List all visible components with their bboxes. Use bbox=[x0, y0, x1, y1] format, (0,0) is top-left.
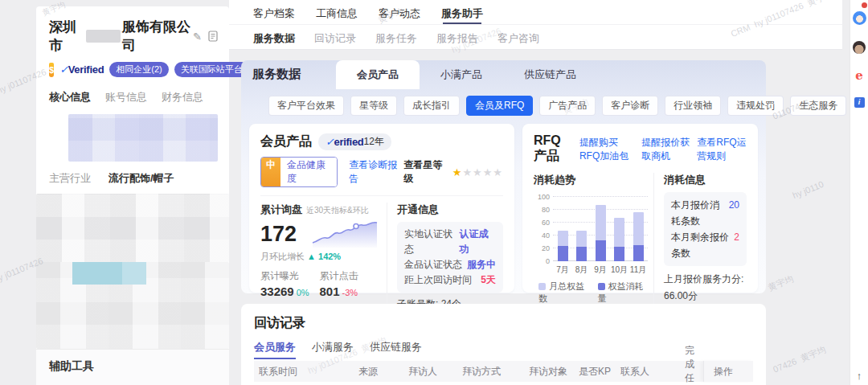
main-nav: 客户档案 工商信息 客户动态 服务助手 服务数据 回访记录 服务任务 服务报告 … bbox=[229, 0, 842, 50]
stat-clicks: 累计点击 801-3% bbox=[320, 269, 379, 298]
chart-legend: 月总权益数 权益消耗量 bbox=[538, 281, 647, 305]
tab-customer-archive[interactable]: 客户档案 bbox=[253, 6, 295, 24]
service-data-panel: 服务数据 会员产品 小满产品 供应链产品 客户平台效果 星等级 成长指引 会员及… bbox=[241, 60, 766, 293]
pill-industry-leader[interactable]: 行业领袖 bbox=[665, 96, 721, 116]
aux-tools-section[interactable]: 辅助工具 bbox=[36, 349, 229, 385]
rfq-rules-link[interactable]: 查看RFQ运营规则 bbox=[697, 136, 747, 163]
legend-total-swatch bbox=[538, 283, 546, 290]
tab-account-info[interactable]: 账号信息 bbox=[105, 90, 147, 104]
tab-xiaoman-service[interactable]: 小满服务 bbox=[312, 340, 354, 359]
col-visit-target: 拜访对象 bbox=[524, 365, 574, 379]
y-axis-tick: 100 bbox=[534, 193, 550, 201]
col-contact-time: 联系时间 bbox=[254, 365, 354, 379]
x-axis-label: 10月 bbox=[611, 261, 628, 274]
y-axis-tick: 40 bbox=[534, 231, 550, 240]
tab-member-service[interactable]: 会员服务 bbox=[254, 340, 296, 359]
buy-rfq-pack-link[interactable]: 提醒购买RFQ加油包 bbox=[579, 136, 635, 163]
company-name: 深圳市服饰有限公司 bbox=[49, 18, 193, 55]
col-is-kp: 是否KP bbox=[574, 365, 616, 379]
panel-title: 服务数据 bbox=[252, 67, 301, 89]
visit-tabs: 会员服务 小满服务 供应链服务 bbox=[254, 340, 753, 359]
diagnosis-report-link[interactable]: 查看诊断报告 bbox=[349, 158, 403, 186]
consumption-info-box: 本月报价消耗条数20 本月剩余报价条数2 bbox=[664, 192, 747, 266]
subtab-service-data[interactable]: 服务数据 bbox=[253, 31, 295, 46]
pill-star-level[interactable]: 星等级 bbox=[350, 96, 397, 116]
trend-title: 消耗趋势 bbox=[534, 173, 647, 187]
y-axis-tick: 60 bbox=[534, 219, 550, 227]
pill-eco-service[interactable]: 生态服务 bbox=[790, 96, 846, 116]
visit-records-panel: 回访记录 会员服务 小满服务 供应链服务 联系时间 来源 拜访人 拜访方式 拜访… bbox=[241, 304, 766, 385]
gold-health-badge[interactable]: 中 金品健康度 bbox=[260, 157, 338, 187]
tab-service-assistant[interactable]: 服务助手 bbox=[441, 6, 483, 24]
bar-11月: 11月 bbox=[630, 194, 646, 274]
right-toolbar: e i ↑ bbox=[850, 0, 868, 385]
subtab-service-tasks[interactable]: 服务任务 bbox=[375, 31, 417, 46]
bar-10月: 10月 bbox=[612, 194, 628, 274]
x-axis-label: 8月 bbox=[575, 261, 588, 274]
pill-customer-diagnosis[interactable]: 客户诊断 bbox=[602, 96, 658, 116]
redacted-block bbox=[36, 262, 229, 349]
tab-xiaoman-product[interactable]: 小满产品 bbox=[420, 60, 503, 89]
consumption-info-title: 消耗信息 bbox=[664, 173, 747, 187]
star-level-link[interactable]: 查看星等级 bbox=[403, 158, 449, 186]
redacted-text bbox=[86, 30, 121, 43]
subtab-service-report[interactable]: 服务报告 bbox=[436, 31, 478, 46]
rfq-product-card: RFQ产品 提醒购买RFQ加油包 提醒报价获取商机 查看RFQ运营规则 消耗趋势… bbox=[522, 124, 758, 293]
redacted-block bbox=[36, 194, 229, 262]
tab-core-info[interactable]: 核心信息 bbox=[49, 90, 91, 104]
tab-business-info[interactable]: 工商信息 bbox=[316, 6, 358, 24]
bar-8月: 8月 bbox=[574, 194, 590, 274]
subtab-visit-records[interactable]: 回访记录 bbox=[314, 31, 356, 46]
visit-panel-title: 回访记录 bbox=[254, 315, 753, 332]
tab-supplychain-product[interactable]: 供应链产品 bbox=[503, 60, 597, 89]
redacted-block bbox=[72, 262, 122, 285]
x-axis-label: 9月 bbox=[594, 261, 607, 274]
pill-ad-product[interactable]: 广告产品 bbox=[539, 96, 596, 116]
edit-icon[interactable]: ✎ bbox=[193, 31, 202, 43]
same-company-badge[interactable]: 相同企业(2) bbox=[109, 62, 168, 77]
open-info-title: 开通信息 bbox=[397, 203, 503, 217]
open-info-box: 实地认证状态认证成功 金品认证状态服务中 距上次回访时间5天 bbox=[397, 222, 503, 293]
subtab-customer-consult[interactable]: 客户咨询 bbox=[497, 31, 539, 46]
tab-finance-info[interactable]: 财务信息 bbox=[162, 90, 203, 104]
x-axis-label: 11月 bbox=[630, 261, 646, 274]
stat-exposure: 累计曝光 332690% bbox=[260, 269, 320, 298]
contact-avatar-icon[interactable] bbox=[853, 41, 866, 54]
pill-violation[interactable]: 违规处罚 bbox=[727, 96, 784, 116]
filter-pills: 客户平台效果 星等级 成长指引 会员及RFQ 广告产品 客户诊断 行业领袖 违规… bbox=[241, 89, 766, 116]
bar-7月: 7月 bbox=[555, 194, 571, 274]
member-product-card: 会员产品 ✓erified12年 中 金品健康度 查看诊断报告 查看星等级 ★★… bbox=[249, 124, 514, 293]
rfq-card-title: RFQ产品 bbox=[534, 133, 568, 165]
customer-sidebar: 深圳市服饰有限公司 ✎ $ ✓Verified 相同企业(2) 关联国际站平台(… bbox=[36, 6, 229, 385]
col-visit-method: 拜访方式 bbox=[457, 365, 524, 379]
pill-growth-guide[interactable]: 成长指引 bbox=[403, 96, 460, 116]
tab-supplychain-service[interactable]: 供应链服务 bbox=[370, 340, 422, 359]
verified-years-badge: ✓erified12年 bbox=[318, 133, 391, 150]
inquiry-metric-subtitle: 近30天指标&环比 bbox=[306, 205, 369, 216]
secondary-tabs: 服务数据 回访记录 服务任务 服务报告 客户咨询 bbox=[229, 25, 842, 46]
sidebar-tabs: 核心信息 账号信息 财务信息 bbox=[36, 77, 229, 113]
visit-table-header: 联系时间 来源 拜访人 拜访方式 拜访对象 是否KP 联系人 完成任务 操作 bbox=[254, 361, 753, 382]
tab-customer-activity[interactable]: 客户动态 bbox=[379, 6, 420, 24]
gold-supplier-icon: $ bbox=[49, 63, 54, 77]
y-axis-tick: 20 bbox=[534, 244, 550, 252]
col-actions: 操作 bbox=[703, 361, 753, 382]
pill-platform-effect[interactable]: 客户平台效果 bbox=[268, 96, 344, 116]
industry-label: 主营行业 bbox=[49, 171, 91, 186]
mom-growth: 月环比增长 ▲ 142% bbox=[260, 251, 379, 263]
pill-member-rfq[interactable]: 会员及RFQ bbox=[466, 96, 533, 116]
y-axis-tick: 0 bbox=[534, 257, 550, 265]
consumption-bar-chart: 0204060801007月8月9月10月11月 bbox=[553, 194, 648, 274]
tab-member-product[interactable]: 会员产品 bbox=[336, 60, 420, 89]
scroll-top-icon[interactable]: ↑ bbox=[857, 370, 862, 382]
legend-consumed-swatch bbox=[598, 283, 605, 290]
quote-opportunity-link[interactable]: 提醒报价获取商机 bbox=[641, 136, 690, 163]
assistant-robot-icon[interactable] bbox=[853, 11, 866, 25]
watermark: hy j0110 bbox=[791, 179, 825, 200]
red-app-logo-icon[interactable]: e bbox=[855, 70, 863, 81]
star-rating: ★★★★★ bbox=[452, 166, 503, 178]
info-icon[interactable]: i bbox=[854, 97, 865, 108]
document-icon[interactable] bbox=[208, 31, 218, 42]
col-completed-task: 完成任务 bbox=[680, 344, 703, 385]
redacted-block bbox=[68, 114, 218, 162]
